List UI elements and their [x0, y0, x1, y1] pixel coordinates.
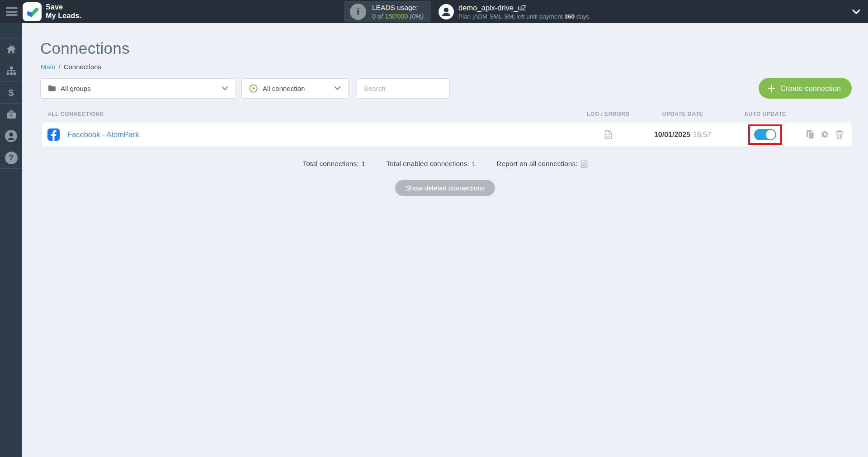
delete-trash-icon[interactable]	[835, 130, 844, 139]
report-all-connections: Report on all connections:	[496, 159, 587, 168]
chevron-down-icon[interactable]	[852, 9, 861, 15]
total-connections: Total connections:1	[302, 160, 365, 168]
col-header-update-date: UPDATE DATE	[635, 111, 730, 117]
leads-usage-widget[interactable]: i LEADS usage: 0 of 150'000 (0%)	[344, 1, 431, 22]
sidebar-item-account[interactable]	[0, 125, 22, 147]
sidebar-item-help[interactable]: ?	[0, 147, 22, 169]
auto-update-cell	[730, 124, 800, 145]
help-icon: ?	[5, 152, 18, 164]
col-header-all-connections: ALL CONNECTIONS	[47, 111, 581, 117]
user-menu[interactable]: demo_apix-drive_u2 Plan |ADM-SML-SM| lef…	[439, 4, 589, 20]
copy-icon[interactable]	[806, 130, 815, 139]
sidebar-item-connections[interactable]	[0, 60, 22, 82]
create-connection-button[interactable]: Create connection	[759, 78, 852, 99]
summary-row: Total connections:1 Total enabled connec…	[22, 159, 868, 168]
page-title: Connections	[40, 39, 868, 57]
checkmark-icon	[25, 5, 39, 19]
app-logo[interactable]	[23, 2, 42, 21]
breadcrumb-current: Connections	[64, 63, 101, 71]
info-icon: i	[350, 4, 366, 20]
briefcase-icon	[6, 110, 16, 119]
plus-icon	[768, 85, 775, 92]
menu-icon[interactable]	[6, 7, 18, 16]
show-deleted-connections-button[interactable]: Show deleted connections	[395, 180, 495, 196]
auto-update-toggle[interactable]	[754, 129, 776, 140]
connection-type-dropdown[interactable]: All connection	[241, 78, 349, 99]
search-input[interactable]	[357, 78, 450, 99]
groups-dropdown-value: All groups	[61, 85, 91, 92]
row-actions	[800, 130, 845, 139]
log-errors-cell	[581, 130, 635, 139]
connection-name-link[interactable]: Facebook - AtomPark	[67, 130, 139, 139]
sidebar-item-billing[interactable]: $	[0, 82, 22, 104]
settings-gear-icon[interactable]	[821, 130, 830, 139]
annotation-highlight-box	[748, 124, 782, 145]
connection-dropdown-value: All connection	[263, 85, 305, 92]
top-header: Save My Leads. i LEADS usage: 0 of 150'0…	[0, 0, 868, 23]
sitemap-icon	[6, 66, 16, 76]
dollar-icon: $	[9, 87, 14, 98]
toggle-knob	[766, 130, 775, 139]
filters-row: All groups All connection Create connect…	[40, 78, 852, 99]
main-content: Connections Main/Connections All groups …	[22, 23, 868, 457]
leads-usage-value: 0 of 150'000 (0%)	[372, 13, 424, 20]
log-document-icon[interactable]	[604, 130, 612, 139]
account-icon	[5, 129, 18, 143]
avatar-icon	[439, 4, 454, 19]
groups-dropdown[interactable]: All groups	[40, 78, 236, 99]
sidebar-item-services[interactable]	[0, 104, 22, 125]
facebook-icon	[47, 129, 60, 141]
username: demo_apix-drive_u2	[458, 4, 589, 12]
folder-icon	[48, 85, 56, 91]
plan-info: Plan |ADM-SML-SM| left until payment 360…	[458, 13, 589, 20]
connection-row: Facebook - AtomPark 10/01/202516:57	[42, 123, 852, 147]
breadcrumb: Main/Connections	[41, 63, 868, 71]
brand-name: Save My Leads.	[46, 3, 81, 20]
report-document-icon[interactable]	[580, 159, 588, 168]
play-circle-icon	[249, 84, 258, 93]
chevron-down-icon	[334, 86, 341, 90]
col-header-log-errors: LOG / ERRORS	[581, 111, 635, 117]
home-icon	[6, 45, 16, 54]
col-header-auto-update: AUTO UPDATE	[730, 111, 800, 117]
sidebar-nav: $ ?	[0, 23, 22, 457]
sidebar-item-home[interactable]	[0, 38, 22, 60]
breadcrumb-main-link[interactable]: Main	[41, 63, 56, 71]
total-enabled-connections: Total enabled connections:1	[386, 160, 476, 168]
update-date-cell: 10/01/202516:57	[635, 131, 730, 139]
chevron-down-icon	[222, 86, 228, 90]
table-header-row: ALL CONNECTIONS LOG / ERRORS UPDATE DATE…	[42, 111, 852, 117]
leads-usage-label: LEADS usage:	[372, 4, 424, 12]
